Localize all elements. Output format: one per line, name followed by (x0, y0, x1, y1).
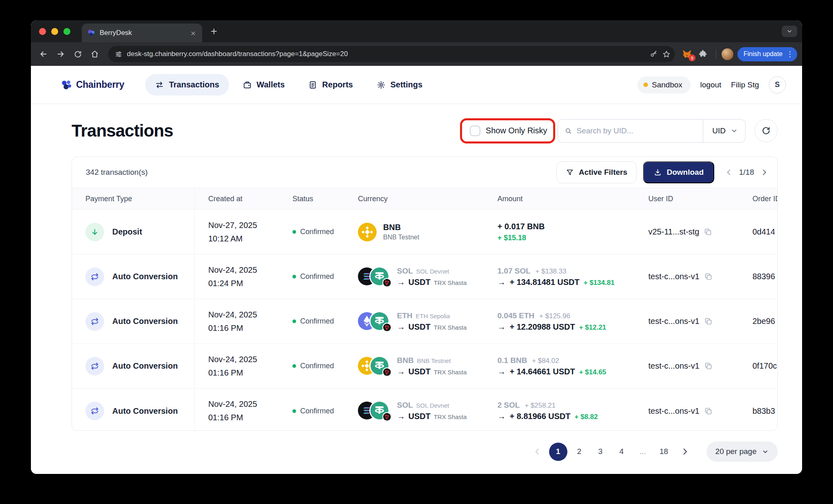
created-time: 01:24 PM (208, 277, 279, 290)
conversion-arrow: → (497, 367, 506, 376)
currency-network: BNB Testnet (383, 234, 419, 241)
pager-next-icon[interactable] (760, 168, 768, 176)
to-currency-network: TRX Shasta (434, 413, 467, 420)
pagination-page-3[interactable]: 3 (591, 443, 610, 461)
close-window-button[interactable] (39, 28, 46, 35)
active-filters-button[interactable]: Active Filters (556, 161, 637, 183)
nav-reports[interactable]: Reports (299, 74, 363, 96)
to-amount: + 12.20988 USDT (510, 322, 575, 332)
tron-badge-icon (383, 279, 391, 287)
order-id: 0d414 (752, 227, 775, 236)
maximize-window-button[interactable] (63, 28, 70, 35)
home-button[interactable] (87, 46, 102, 62)
tab-favicon (87, 28, 96, 37)
table-row[interactable]: Auto Conversion Nov-24, 2025 01:16 PM Co… (72, 344, 778, 389)
to-currency-symbol: USDT (408, 322, 430, 332)
conversion-arrow: → (497, 412, 506, 421)
status-dot (292, 230, 296, 234)
finish-update-button[interactable]: Finish update ⋮ (737, 47, 797, 61)
browser-window: BerryDesk × + desk-stg.chainberry.com/da… (31, 20, 802, 474)
browser-menu-icon[interactable]: ⋮ (786, 50, 794, 59)
transactions-card: 342 transaction(s) Active Filters Downlo… (72, 156, 778, 431)
table-row[interactable]: Auto Conversion Nov-24, 2025 01:16 PM Co… (72, 299, 778, 344)
currency-pair-icons (358, 267, 390, 287)
chevron-down-icon (762, 448, 769, 455)
url-text[interactable]: desk-stg.chainberry.com/dashboard/transa… (127, 50, 645, 58)
payment-type-label: Auto Conversion (112, 406, 178, 416)
to-currency-network: TRX Shasta (434, 369, 467, 376)
pagination-prev-icon[interactable] (528, 443, 546, 461)
copy-icon[interactable] (704, 362, 713, 370)
order-id: 0f170c (752, 361, 777, 370)
tab-search-button[interactable] (782, 26, 797, 37)
nav-settings[interactable]: Settings (367, 74, 432, 96)
from-currency-network: ETH Sepolia (416, 313, 450, 319)
forward-button[interactable] (53, 46, 68, 62)
site-settings-icon[interactable] (115, 50, 122, 58)
show-only-risky-checkbox[interactable] (470, 126, 480, 136)
metamask-extension-icon[interactable]: 9 (680, 48, 693, 61)
minimize-window-button[interactable] (51, 28, 58, 35)
back-button[interactable] (36, 46, 51, 62)
chevron-down-icon (731, 127, 738, 135)
copy-icon[interactable] (704, 317, 713, 326)
environment-badge[interactable]: Sandbox (637, 76, 691, 93)
pagination-page-1[interactable]: 1 (549, 443, 567, 461)
currency-symbol: BNB (383, 223, 419, 232)
filter-icon (566, 168, 574, 176)
browser-tab[interactable]: BerryDesk × (82, 24, 202, 42)
from-amount: 2 SOL (497, 401, 520, 410)
toolbar-divider (716, 49, 716, 59)
page-size-select[interactable]: 20 per page (707, 441, 778, 462)
table-row[interactable]: Auto Conversion Nov-24, 2025 01:24 PM Co… (72, 254, 778, 299)
download-button[interactable]: Download (643, 161, 714, 183)
download-label: Download (667, 168, 704, 177)
table-row[interactable]: Auto Conversion Nov-24, 2025 01:16 PM Co… (72, 389, 778, 431)
payment-type-label: Deposit (112, 227, 142, 237)
web-page: Chainberry Transactions Wallets Reports (31, 66, 802, 474)
reload-button[interactable] (70, 46, 85, 62)
show-only-risky-label: Show Only Risky (486, 126, 547, 135)
currency-pair-icons (358, 356, 390, 376)
bnb-coin-icon (358, 223, 377, 241)
status-dot (292, 364, 296, 368)
home-icon (90, 50, 99, 59)
new-tab-button[interactable]: + (207, 24, 221, 38)
browser-profile-avatar[interactable] (722, 48, 733, 60)
brand-logo[interactable]: Chainberry (60, 79, 124, 91)
bookmark-star-icon[interactable] (662, 50, 671, 59)
refresh-button[interactable] (754, 119, 778, 142)
copy-icon[interactable] (704, 407, 713, 415)
pagination-page-18[interactable]: 18 (655, 443, 673, 461)
to-currency-symbol: USDT (408, 367, 430, 376)
user-avatar[interactable]: S (769, 76, 786, 93)
pager-indicator: 1/18 (739, 168, 754, 177)
auto-conversion-icon (85, 267, 104, 286)
copy-icon[interactable] (704, 272, 713, 281)
search-box[interactable] (558, 119, 703, 142)
deposit-icon (85, 223, 104, 241)
address-bar[interactable]: desk-stg.chainberry.com/dashboard/transa… (108, 46, 675, 62)
pagination-next-icon[interactable] (676, 443, 694, 461)
tab-close-icon[interactable]: × (189, 28, 197, 38)
nav-transactions[interactable]: Transactions (145, 74, 229, 96)
pagination-page-2[interactable]: 2 (570, 443, 589, 461)
user-id: test-c...ons-v1 (648, 272, 700, 281)
search-type-select[interactable]: UID (703, 119, 745, 142)
logout-link[interactable]: logout (700, 80, 722, 89)
passwords-key-icon[interactable] (650, 50, 658, 58)
conversion-arrow: → (497, 322, 506, 332)
pagination-ellipsis: ... (634, 443, 652, 461)
copy-icon[interactable] (704, 228, 712, 236)
pager-prev-icon[interactable] (725, 168, 733, 176)
table-row[interactable]: Deposit Nov-27, 2025 10:12 AM Confirmed (72, 210, 778, 254)
pagination-page-4[interactable]: 4 (613, 443, 631, 461)
chevron-down-icon (786, 28, 793, 35)
to-amount-usd: + $14.65 (579, 368, 606, 376)
search-input[interactable] (576, 126, 696, 135)
show-only-risky-control[interactable]: Show Only Risky (468, 126, 549, 136)
nav-wallets[interactable]: Wallets (233, 74, 294, 96)
created-date: Nov-27, 2025 (208, 219, 279, 232)
conversion-arrow: → (397, 322, 405, 332)
extensions-button[interactable] (695, 46, 711, 62)
